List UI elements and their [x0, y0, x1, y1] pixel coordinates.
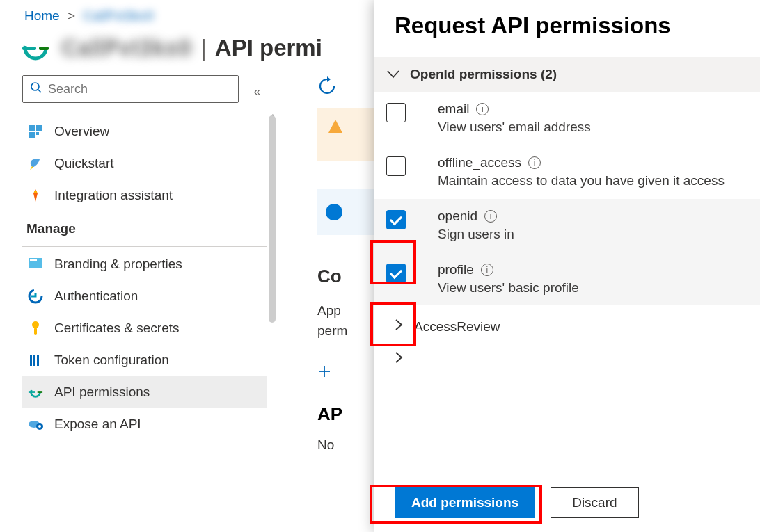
sidebar-item-label: Quickstart [54, 156, 114, 171]
add-permissions-button[interactable]: Add permissions [395, 487, 535, 518]
page-title: CallPvt3ko0 | API permi [61, 35, 322, 61]
checkbox-openid[interactable] [386, 210, 406, 229]
sidebar-item-label: Overview [54, 124, 109, 139]
sidebar-item-label: Integration assistant [54, 188, 173, 203]
breadcrumb-separator: > [63, 8, 79, 23]
collapsed-group[interactable] [374, 347, 760, 380]
sidebar: « ▲ Overview Quickstart Integ [22, 75, 267, 440]
panel-footer: Add permissions Discard [374, 476, 760, 532]
sidebar-item-expose-api[interactable]: Expose an API [22, 408, 267, 440]
sidebar-item-api-permissions[interactable]: API permissions [22, 376, 267, 408]
sidebar-item-branding[interactable]: Branding & properties [22, 248, 267, 280]
access-review-group[interactable]: AccessReview [374, 306, 760, 347]
api-permissions-small-icon [28, 385, 43, 400]
warning-icon [327, 118, 344, 138]
permission-name: profile i [438, 262, 579, 277]
breadcrumb-app[interactable]: CallPvt3ko0 [83, 8, 153, 23]
checkbox-email[interactable] [386, 103, 406, 122]
svg-point-9 [34, 191, 37, 193]
sidebar-section-manage: Manage [22, 211, 267, 243]
checkbox-offline-access[interactable] [386, 156, 406, 176]
permission-description: Sign users in [438, 227, 514, 242]
svg-rect-8 [36, 132, 39, 135]
sidebar-item-label: API permissions [54, 385, 150, 400]
permission-name: openid i [438, 209, 514, 224]
certificates-icon [28, 321, 43, 336]
token-icon [28, 353, 43, 368]
quickstart-icon [28, 156, 43, 171]
api-permissions-icon [21, 33, 50, 63]
sidebar-item-authentication[interactable]: Authentication [22, 280, 267, 312]
breadcrumb-home[interactable]: Home [24, 8, 60, 23]
request-permissions-panel: Request API permissions OpenId permissio… [374, 0, 760, 532]
permission-name: offline_access i [438, 155, 725, 170]
sidebar-item-label: Expose an API [54, 417, 141, 432]
authentication-icon [28, 289, 43, 304]
svg-rect-2 [39, 47, 49, 50]
sidebar-item-quickstart[interactable]: Quickstart [22, 147, 267, 179]
chevron-down-icon [386, 67, 400, 82]
panel-title: Request API permissions [374, 0, 760, 57]
permission-description: View users' email address [438, 120, 591, 135]
search-box[interactable] [22, 75, 239, 103]
divider [22, 246, 267, 247]
page-title-app: CallPvt3ko0 [61, 35, 191, 61]
permission-name: email i [438, 102, 591, 117]
svg-rect-5 [29, 125, 35, 131]
svg-rect-7 [29, 132, 35, 138]
svg-rect-1 [22, 47, 36, 50]
permission-description: Maintain access to data you have given i… [438, 173, 725, 188]
info-icon[interactable]: i [481, 264, 493, 276]
sidebar-item-label: Certificates & secrets [54, 321, 180, 336]
permission-description: View users' basic profile [438, 280, 579, 296]
discard-button[interactable]: Discard [551, 487, 638, 518]
sidebar-nav: ▲ Overview Quickstart Integration assist… [22, 115, 267, 440]
svg-rect-16 [33, 355, 35, 366]
sidebar-item-label: Authentication [54, 289, 138, 304]
info-icon [326, 204, 342, 220]
openid-group-header[interactable]: OpenId permissions (2) [374, 57, 760, 92]
svg-point-13 [32, 321, 39, 328]
page-title-suffix: API permi [215, 35, 322, 61]
chevron-right-icon [395, 351, 403, 367]
svg-rect-15 [30, 355, 32, 366]
permissions-list: email i View users' email address offlin… [374, 92, 760, 532]
svg-point-23 [38, 425, 41, 428]
svg-point-3 [31, 83, 39, 90]
permission-row-openid: openid i Sign users in [374, 199, 760, 252]
plus-icon [317, 364, 331, 378]
branding-icon [28, 257, 43, 272]
permission-row-offline-access: offline_access i Maintain access to data… [374, 145, 760, 199]
permission-row-email: email i View users' email address [374, 92, 760, 145]
svg-rect-14 [34, 328, 37, 335]
sidebar-item-certificates[interactable]: Certificates & secrets [22, 312, 267, 344]
checkbox-profile[interactable] [386, 264, 406, 283]
svg-line-4 [38, 90, 41, 92]
expose-api-icon [28, 417, 43, 432]
group-label: OpenId permissions (2) [410, 67, 557, 82]
sidebar-item-label: Branding & properties [54, 257, 182, 272]
subgroup-label: AccessReview [414, 319, 500, 334]
sidebar-item-label: Token configuration [54, 353, 169, 368]
sidebar-item-overview[interactable]: Overview [22, 115, 267, 147]
info-icon[interactable]: i [528, 156, 541, 169]
info-icon[interactable]: i [476, 103, 489, 115]
sidebar-item-token-configuration[interactable]: Token configuration [22, 344, 267, 376]
svg-rect-17 [37, 355, 39, 366]
scrollbar-thumb[interactable] [269, 115, 276, 323]
collapse-sidebar-icon[interactable]: « [247, 81, 267, 103]
search-input[interactable] [48, 82, 231, 97]
svg-rect-6 [36, 125, 42, 131]
chevron-right-icon [395, 319, 403, 334]
search-icon [30, 81, 42, 97]
svg-rect-11 [30, 259, 37, 261]
sidebar-item-integration-assistant[interactable]: Integration assistant [22, 179, 267, 211]
integration-assistant-icon [28, 188, 43, 203]
info-icon[interactable]: i [484, 210, 497, 223]
svg-rect-19 [29, 391, 35, 393]
overview-icon [28, 124, 43, 139]
svg-rect-20 [38, 391, 42, 393]
permission-row-profile: profile i View users' basic profile [374, 252, 760, 306]
